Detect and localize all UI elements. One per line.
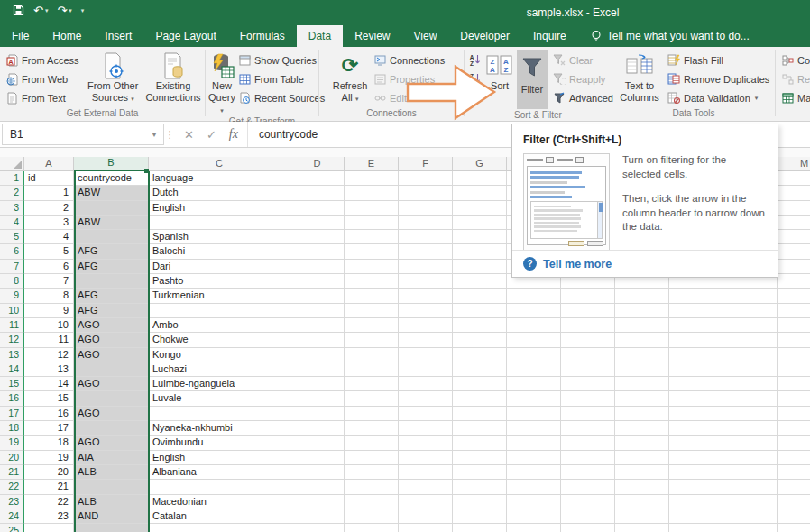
cell-C19[interactable]: Ovimbundu — [149, 436, 290, 450]
cell-F8[interactable] — [399, 274, 453, 289]
cell-M25[interactable] — [778, 524, 810, 532]
cancel-entry-icon[interactable]: ✕ — [184, 128, 194, 142]
cell-B3[interactable] — [74, 201, 149, 216]
cell-C9[interactable]: Turkmenian — [149, 289, 290, 303]
cell-I16[interactable] — [561, 391, 615, 406]
cell-I21[interactable] — [561, 465, 615, 480]
cell-I13[interactable] — [561, 348, 615, 362]
cell-H23[interactable] — [507, 495, 561, 509]
row-header-24[interactable]: 24 — [0, 509, 24, 524]
cell-M8[interactable] — [778, 274, 810, 289]
redo-dropdown-icon[interactable]: ▾ — [69, 7, 72, 14]
cell-F5[interactable] — [399, 230, 453, 244]
tab-developer[interactable]: Developer — [448, 25, 521, 47]
cell-J14[interactable] — [615, 362, 669, 377]
cell-M21[interactable] — [778, 465, 810, 480]
cell-F15[interactable] — [399, 377, 453, 391]
cell-I15[interactable] — [561, 377, 615, 391]
new-query-button[interactable]: New Query ▾ — [207, 50, 236, 115]
cell-E8[interactable] — [345, 274, 399, 289]
cell-M15[interactable] — [778, 377, 810, 391]
cell-G10[interactable] — [453, 304, 507, 318]
cell-A24[interactable]: 23 — [24, 509, 74, 524]
cell-L17[interactable] — [723, 407, 778, 421]
cell-F9[interactable] — [399, 289, 453, 303]
row-header-22[interactable]: 22 — [0, 480, 24, 494]
cell-C6[interactable]: Balochi — [149, 244, 290, 259]
row-header-7[interactable]: 7 — [0, 260, 24, 274]
cell-C7[interactable]: Dari — [149, 260, 290, 274]
cell-A10[interactable]: 9 — [24, 304, 74, 318]
tab-review[interactable]: Review — [343, 25, 401, 47]
cell-E16[interactable] — [345, 391, 399, 406]
cell-A8[interactable]: 7 — [24, 274, 74, 289]
cell-F10[interactable] — [399, 304, 453, 318]
refresh-all-button[interactable]: ⟳ Refresh All ▾ — [328, 50, 372, 104]
from-other-sources-button[interactable]: From Other Sources ▾ — [82, 50, 143, 104]
cell-E5[interactable] — [345, 230, 399, 244]
cell-M13[interactable] — [778, 348, 810, 362]
cell-L21[interactable] — [723, 465, 778, 480]
cell-D11[interactable] — [290, 318, 345, 333]
cell-F4[interactable] — [399, 216, 453, 230]
data-validation-button[interactable]: Data Validation ▾ — [665, 88, 772, 107]
confirm-entry-icon[interactable]: ✓ — [207, 128, 216, 142]
cell-A2[interactable]: 1 — [24, 186, 74, 200]
cell-G3[interactable] — [453, 201, 507, 216]
cell-F6[interactable] — [399, 244, 453, 259]
flash-fill-button[interactable]: Flash Fill — [665, 50, 772, 69]
cell-A17[interactable]: 16 — [24, 407, 74, 421]
cell-K23[interactable] — [669, 495, 723, 509]
cell-C2[interactable]: Dutch — [149, 186, 290, 200]
cell-K12[interactable] — [669, 333, 723, 347]
remove-duplicates-button[interactable]: Remove Duplicates — [665, 69, 772, 88]
row-header-6[interactable]: 6 — [0, 244, 24, 259]
cell-D10[interactable] — [290, 304, 345, 318]
cell-M11[interactable] — [778, 318, 810, 333]
row-header-8[interactable]: 8 — [0, 274, 24, 289]
cell-K20[interactable] — [669, 451, 723, 465]
cell-K10[interactable] — [669, 304, 723, 318]
cell-H16[interactable] — [507, 391, 561, 406]
cell-F20[interactable] — [399, 451, 453, 465]
tab-data[interactable]: Data — [297, 25, 343, 47]
cell-A18[interactable]: 17 — [24, 421, 74, 436]
cell-D25[interactable] — [290, 524, 345, 532]
column-header-F[interactable]: F — [399, 157, 453, 171]
cell-L24[interactable] — [723, 509, 778, 524]
cell-I23[interactable] — [561, 495, 615, 509]
tab-page-layout[interactable]: Page Layout — [143, 25, 227, 47]
cell-M12[interactable] — [778, 333, 810, 347]
cell-E10[interactable] — [345, 304, 399, 318]
row-header-1[interactable]: 1 — [0, 171, 24, 186]
cell-A12[interactable]: 11 — [24, 333, 74, 347]
tab-home[interactable]: Home — [41, 25, 93, 47]
cell-C21[interactable]: Albaniana — [149, 465, 290, 480]
cell-I22[interactable] — [561, 480, 615, 494]
cell-I11[interactable] — [561, 318, 615, 333]
cell-H11[interactable] — [507, 318, 561, 333]
cell-B4[interactable]: ABW — [74, 216, 149, 230]
cell-J11[interactable] — [615, 318, 669, 333]
tab-view[interactable]: View — [402, 25, 449, 47]
cell-G14[interactable] — [453, 362, 507, 377]
cell-I17[interactable] — [561, 407, 615, 421]
cell-F14[interactable] — [399, 362, 453, 377]
cell-B13[interactable]: AGO — [74, 348, 149, 362]
cell-M24[interactable] — [778, 509, 810, 524]
cell-K24[interactable] — [669, 509, 723, 524]
cell-G13[interactable] — [453, 348, 507, 362]
cell-K9[interactable] — [669, 289, 723, 303]
cell-B10[interactable]: AFG — [74, 304, 149, 318]
cell-M10[interactable] — [778, 304, 810, 318]
cell-L20[interactable] — [723, 451, 778, 465]
cell-K19[interactable] — [669, 436, 723, 450]
cell-B25[interactable] — [74, 524, 149, 532]
cell-D12[interactable] — [290, 333, 345, 347]
cell-J12[interactable] — [615, 333, 669, 347]
cell-E7[interactable] — [345, 260, 399, 274]
select-all-corner[interactable] — [0, 157, 24, 171]
cell-E6[interactable] — [345, 244, 399, 259]
cell-D6[interactable] — [290, 244, 345, 259]
tab-formulas[interactable]: Formulas — [228, 25, 297, 47]
